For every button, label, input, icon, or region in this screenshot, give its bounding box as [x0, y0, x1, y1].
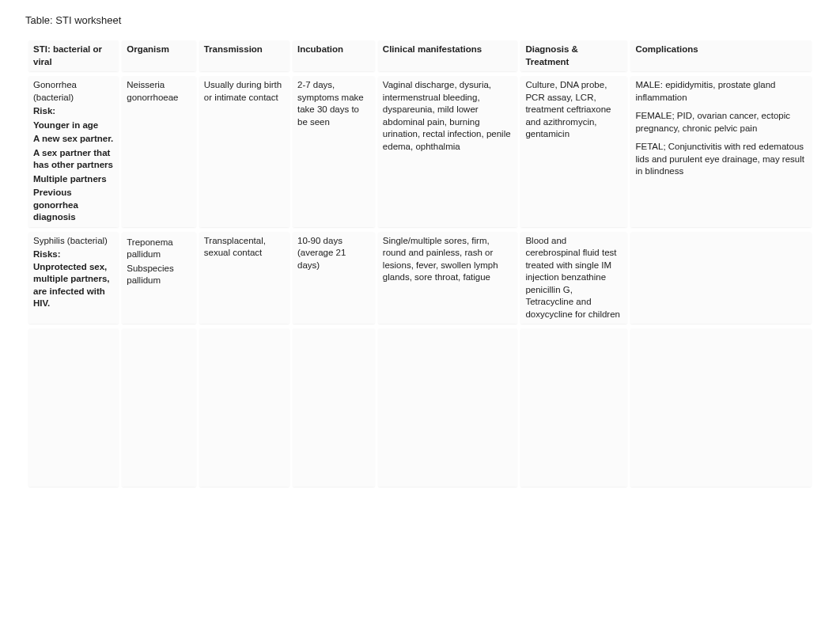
header-clinical: Clinical manifestations — [378, 40, 518, 71]
cell-transmission: Usually during birth or intimate contact — [199, 76, 289, 227]
organism-line: Treponema pallidum — [127, 237, 191, 261]
risk-item: Younger in age — [33, 119, 114, 132]
risk-label: Risk: — [33, 105, 114, 118]
cell-organism: Neisseria gonorrhoeae — [122, 76, 195, 227]
sti-name: Syphilis (bacterial) — [33, 236, 108, 245]
complication-fetal: FETAL; Conjunctivitis with red edematous… — [635, 141, 807, 178]
cell-complications — [630, 328, 812, 487]
cell-clinical: Single/multiple sores, firm, round and p… — [378, 232, 518, 324]
risk-item: Multiple partners — [33, 173, 114, 186]
header-incubation: Incubation — [293, 40, 375, 71]
complication-female: FEMALE; PID, ovarian cancer, ectopic pre… — [635, 110, 807, 135]
cell-diagnosis: Blood and cerebrospinal fluid test treat… — [520, 232, 627, 324]
risk-item: Previous gonorrhea diagnosis — [33, 187, 114, 224]
organism-line: Subspecies pallidum — [127, 263, 191, 287]
header-complications: Complications — [630, 40, 812, 71]
header-diagnosis: Diagnosis & Treatment — [520, 40, 627, 71]
cell-transmission: Transplacental, sexual contact — [199, 232, 289, 324]
table-header-row: STI: bacterial or viral Organism Transmi… — [28, 40, 812, 71]
table-row: Gonorrhea (bacterial) Risk: Younger in a… — [28, 76, 812, 227]
cell-sti — [28, 328, 119, 487]
cell-complications: MALE: epididymitis, prostate gland infla… — [630, 76, 812, 227]
sti-worksheet-table: STI: bacterial or viral Organism Transmi… — [25, 36, 815, 491]
table-row — [28, 328, 812, 487]
cell-diagnosis — [520, 328, 627, 487]
header-organism: Organism — [122, 40, 195, 71]
cell-organism: Treponema pallidum Subspecies pallidum — [122, 232, 195, 324]
cell-organism — [122, 328, 195, 487]
cell-transmission — [199, 328, 289, 487]
risk-item: A sex partner that has other partners — [33, 147, 114, 172]
complication-male: MALE: epididymitis, prostate gland infla… — [635, 79, 807, 104]
risk-item: A new sex partner. — [33, 133, 114, 146]
cell-incubation: 2-7 days, symptoms make take 30 days to … — [293, 76, 375, 227]
cell-sti: Syphilis (bacterial) Risks: Unprotected … — [28, 232, 119, 324]
cell-incubation: 10-90 days (average 21 days) — [293, 232, 375, 324]
table-row: Syphilis (bacterial) Risks: Unprotected … — [28, 232, 812, 324]
header-transmission: Transmission — [199, 40, 289, 71]
cell-sti: Gonorrhea (bacterial) Risk: Younger in a… — [28, 76, 119, 227]
cell-complications — [630, 232, 812, 324]
risk-text: Risks: Unprotected sex, multiple partner… — [33, 248, 114, 310]
sti-name: Gonorrhea (bacterial) — [33, 80, 77, 102]
cell-clinical: Vaginal discharge, dysuria, intermenstru… — [378, 76, 518, 227]
cell-clinical — [378, 328, 518, 487]
header-sti: STI: bacterial or viral — [28, 40, 119, 71]
cell-diagnosis: Culture, DNA probe, PCR assay, LCR, trea… — [520, 76, 627, 227]
cell-incubation — [293, 328, 375, 487]
table-title: Table: STI worksheet — [25, 14, 815, 26]
